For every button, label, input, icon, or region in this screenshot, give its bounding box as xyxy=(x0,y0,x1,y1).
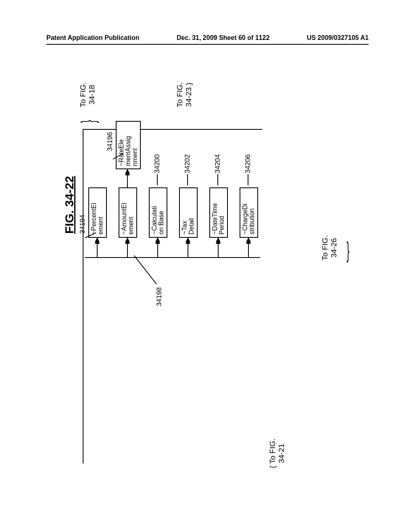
ref-34196: 34196 xyxy=(106,132,114,151)
page-header: Patent Application Publication Dec. 31, … xyxy=(46,34,369,45)
lead-34204 xyxy=(217,174,218,185)
figure-area: FIG. 34-22 ~PercentEl ement 34194 ~Amoun… xyxy=(46,60,369,508)
node-tax-detail: ~Tax Detail xyxy=(179,187,198,238)
ref-34194: 34194 xyxy=(79,215,87,234)
node-percent-element: ~PercentEl ement xyxy=(88,187,107,238)
lead-34200 xyxy=(157,174,158,185)
node-tax-label: ~Tax Detail xyxy=(181,218,195,235)
arrow-to-rate xyxy=(127,169,128,187)
node-datetime-period: ~DateTime Period xyxy=(209,187,228,238)
arrow-to-tax xyxy=(188,238,188,257)
header-pubno: US 2009/0327105 A1 xyxy=(307,34,369,42)
node-amount-element: ~AmountEl ement xyxy=(119,187,137,238)
figure-title: FIG. 34-22 xyxy=(63,176,76,234)
brace-18: } xyxy=(77,120,100,123)
arrow-to-charge xyxy=(248,238,249,257)
header-publication: Patent Application Publication xyxy=(46,34,140,42)
lead-34206 xyxy=(248,174,248,185)
ref-34198: 34198 xyxy=(155,287,163,306)
vertical-trunk xyxy=(85,257,260,258)
arrow-to-datetime xyxy=(218,238,219,257)
arrow-to-amount xyxy=(127,238,128,257)
node-calculation-base: ~Calculati on Base xyxy=(149,187,167,238)
link-to-fig-34-23: To FIG. 34-23 } xyxy=(175,73,193,117)
node-datetime-label: ~DateTime Period xyxy=(211,203,225,235)
ref-34200: 34200 xyxy=(153,154,161,173)
lead-34202 xyxy=(187,174,188,185)
arrow-to-percent xyxy=(97,238,98,257)
ref-34202: 34202 xyxy=(184,154,192,173)
node-charge-distribution: ~ChargeDi stribution xyxy=(240,187,258,238)
brace-26: } xyxy=(346,237,349,264)
node-rate-assignment: ~RateEle mentAssig nment xyxy=(116,121,141,169)
rotated-diagram: FIG. 34-22 ~PercentEl ement 34194 ~Amoun… xyxy=(63,101,353,463)
panel-border xyxy=(83,129,262,463)
link-to-fig-34-21: { To FIG. 34-21 xyxy=(268,431,286,476)
node-charge-label: ~ChargeDi stribution xyxy=(242,204,255,235)
link-to-fig-34-26: To FIG. 34-26 xyxy=(321,226,338,270)
node-amount-label: ~AmountEl ement xyxy=(121,203,134,235)
link-to-fig-34-18: To FIG. 34-18 xyxy=(79,73,96,117)
node-calc-label: ~Calculati on Base xyxy=(151,206,165,235)
node-rate-label: ~RateEle mentAssig nment xyxy=(118,136,138,166)
ref-34204: 34204 xyxy=(214,154,222,173)
ref-34206: 34206 xyxy=(244,154,252,173)
arrow-to-calc xyxy=(157,238,158,257)
header-date-sheet: Dec. 31, 2009 Sheet 60 of 1122 xyxy=(177,34,269,42)
node-percent-label: ~PercentEl ement xyxy=(90,203,104,235)
